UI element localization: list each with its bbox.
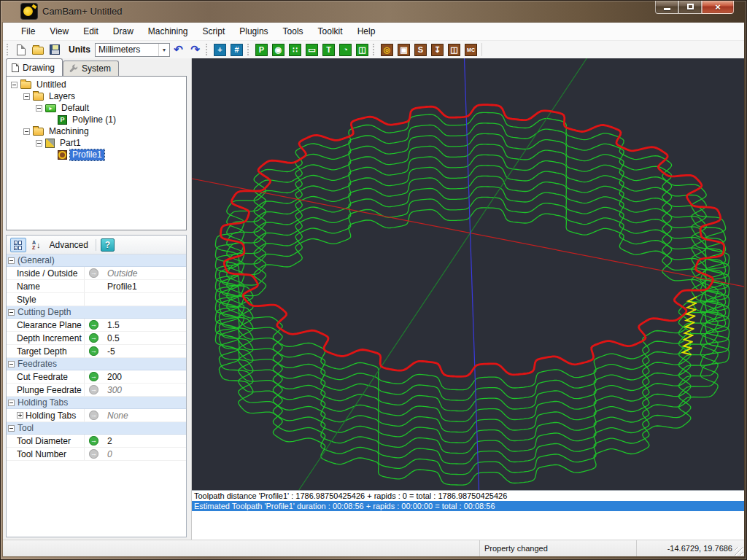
- prop-value[interactable]: None: [103, 411, 186, 421]
- prop-row-inside-outside[interactable]: Inside / Outside→Outside: [7, 267, 186, 280]
- menu-view[interactable]: View: [42, 23, 76, 40]
- tree-item-untitled[interactable]: Untitled: [7, 79, 186, 90]
- menu-edit[interactable]: Edit: [76, 23, 106, 40]
- resize-grip[interactable]: [735, 547, 743, 556]
- pocket-button[interactable]: ▣: [396, 42, 411, 58]
- toolbar-grip[interactable]: [206, 44, 209, 55]
- prop-row-style[interactable]: Style: [7, 293, 186, 306]
- polyline-button[interactable]: P: [254, 42, 269, 58]
- titlebar[interactable]: CamBam+ Untitled ×: [0, 0, 747, 23]
- new-file-button[interactable]: [13, 42, 28, 58]
- prop-value[interactable]: 0.5: [103, 333, 186, 343]
- prop-expand-icon[interactable]: [17, 412, 23, 419]
- alphabetical-sort-button[interactable]: AZ ↓: [31, 238, 42, 252]
- prop-value[interactable]: Profile1: [103, 281, 186, 292]
- units-combobox[interactable]: Millimeters ▾: [95, 43, 170, 57]
- prop-row-holding-tabs[interactable]: Holding Tabs→None: [7, 409, 186, 422]
- tree-item-polyline-1-[interactable]: PPolyline (1): [7, 114, 186, 125]
- drill-button[interactable]: ↧: [430, 42, 445, 58]
- tree-expander[interactable]: [36, 105, 42, 112]
- log-line[interactable]: Toolpath distance 'Profile1' : 1786.9875…: [192, 491, 744, 501]
- tab-drawing[interactable]: Drawing: [6, 58, 63, 76]
- prop-group--general-[interactable]: (General): [7, 254, 186, 267]
- point-snap-button[interactable]: +: [212, 42, 228, 58]
- undo-button[interactable]: ↶: [171, 42, 186, 58]
- menu-help[interactable]: Help: [350, 23, 383, 40]
- menu-tools[interactable]: Tools: [276, 23, 311, 40]
- group-collapse-icon[interactable]: [8, 400, 15, 406]
- menu-file[interactable]: File: [14, 23, 42, 40]
- maximize-button[interactable]: [678, 0, 702, 14]
- tree-expander[interactable]: [36, 140, 42, 147]
- tree-item-machining[interactable]: Machining: [7, 125, 186, 137]
- prop-row-name[interactable]: NameProfile1: [7, 280, 186, 293]
- viewport-3d[interactable]: [192, 58, 744, 490]
- prop-value[interactable]: 200: [103, 372, 186, 382]
- group-collapse-icon[interactable]: [8, 309, 15, 316]
- group-collapse-icon[interactable]: [8, 257, 15, 264]
- tree-item-profile1[interactable]: Profile1: [7, 149, 186, 160]
- menu-script[interactable]: Script: [196, 23, 233, 40]
- prop-row-target-depth[interactable]: Target Depth→-5: [7, 345, 186, 358]
- circle-button[interactable]: ◉: [271, 42, 286, 58]
- tab-system[interactable]: System: [63, 61, 119, 76]
- prop-row-clearance-plane[interactable]: Clearance Plane→1.5: [7, 319, 186, 332]
- engrave-button[interactable]: S: [413, 42, 428, 58]
- save-button[interactable]: [47, 42, 62, 58]
- toolbar-grip[interactable]: [247, 44, 251, 55]
- tree-item-default[interactable]: ▸Default: [7, 102, 186, 114]
- advanced-button[interactable]: Advanced: [47, 240, 91, 250]
- prop-group-label: Tool: [18, 423, 34, 433]
- help-button[interactable]: ?: [101, 238, 115, 252]
- prop-value[interactable]: 0: [103, 449, 186, 459]
- tree-expander[interactable]: [23, 93, 30, 100]
- menu-machining[interactable]: Machining: [141, 23, 196, 40]
- redo-button[interactable]: ↷: [187, 42, 203, 58]
- prop-value[interactable]: 300: [103, 385, 186, 395]
- prop-group-cutting-depth[interactable]: Cutting Depth: [7, 306, 186, 319]
- arc-button[interactable]: ◔: [338, 42, 353, 58]
- menu-plugins[interactable]: Plugins: [232, 23, 275, 40]
- menu-toolkit[interactable]: Toolkit: [311, 23, 350, 40]
- tree-item-layers[interactable]: Layers: [7, 90, 186, 102]
- menu-draw[interactable]: Draw: [106, 23, 141, 40]
- toolbar-grip[interactable]: [7, 44, 10, 55]
- circle-icon: ◉: [272, 44, 285, 56]
- categorized-view-button[interactable]: ++: [10, 238, 26, 252]
- prop-row-plunge-feedrate[interactable]: Plunge Feedrate→300: [7, 384, 186, 397]
- prop-value[interactable]: 2: [103, 436, 186, 446]
- prop-row-tool-diameter[interactable]: Tool Diameter→2: [7, 435, 186, 448]
- lathe-button[interactable]: ◫: [446, 42, 462, 58]
- tree-item-part1[interactable]: Part1: [7, 137, 186, 149]
- gcode-button[interactable]: MC: [463, 42, 479, 58]
- prop-row-tool-number[interactable]: Tool Number→0: [7, 448, 186, 461]
- toolbar-grip[interactable]: [373, 44, 376, 55]
- close-button[interactable]: ×: [702, 0, 734, 14]
- points-button[interactable]: ∷: [287, 42, 303, 58]
- prop-value[interactable]: 1.5: [103, 320, 186, 330]
- prop-group-holding-tabs[interactable]: Holding Tabs: [7, 397, 186, 409]
- prop-value[interactable]: Outside: [103, 268, 186, 279]
- rectangle-button[interactable]: ▭: [304, 42, 320, 58]
- sort-arrow-icon: ↓: [36, 241, 41, 249]
- prop-value[interactable]: -5: [103, 346, 186, 357]
- text-button[interactable]: T: [321, 42, 336, 58]
- grid-button[interactable]: #: [229, 42, 244, 58]
- prop-row-depth-increment[interactable]: Depth Increment→0.5: [7, 332, 186, 345]
- save-icon: [50, 44, 60, 55]
- profile-button[interactable]: ◎: [379, 42, 395, 58]
- prop-group-feedrates[interactable]: Feedrates: [7, 358, 186, 370]
- open-file-button[interactable]: [30, 42, 45, 58]
- tree-expander[interactable]: [11, 82, 18, 88]
- log-line[interactable]: Estimated Toolpath 'Profile1' duration :…: [192, 501, 744, 511]
- tree-expander[interactable]: [23, 128, 30, 135]
- combo-dropdown-icon[interactable]: ▾: [158, 44, 169, 56]
- group-collapse-icon[interactable]: [8, 361, 15, 368]
- surface-button[interactable]: ◫: [355, 42, 370, 58]
- redo-icon: ↷: [188, 43, 203, 56]
- group-collapse-icon[interactable]: [8, 425, 15, 432]
- property-panel: ++ AZ ↓ Advanced ? (General)Inside / Out…: [6, 235, 187, 537]
- prop-group-tool[interactable]: Tool: [7, 422, 186, 435]
- prop-row-cut-feedrate[interactable]: Cut Feedrate→200: [7, 370, 186, 384]
- minimize-button[interactable]: [655, 0, 678, 14]
